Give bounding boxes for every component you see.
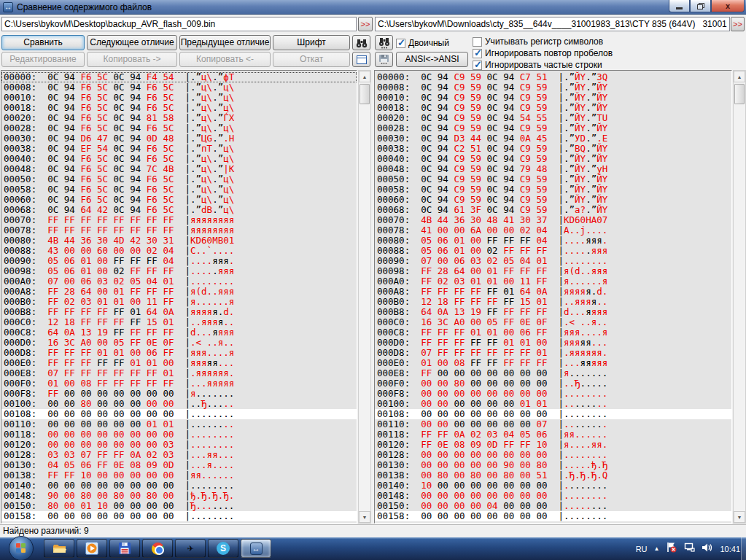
hex-row[interactable]: 00098: 05 06 01 00 02 FF FF FF |.....яяя xyxy=(1,266,357,276)
scroll-down-icon[interactable]: ▼ xyxy=(734,511,745,523)
hex-row[interactable]: 00110: 00 00 00 00 00 00 01 01 |........ xyxy=(1,419,357,429)
hex-row[interactable]: 000B0: 12 18 FF FF FF FF 15 01 |..яяяя.. xyxy=(375,297,731,307)
hex-row[interactable]: 00048: 0C 94 F6 5C 0C 94 7C 4B |.”ц\.”|K xyxy=(1,164,357,174)
hex-row[interactable]: 00050: 0C 94 F6 5C 0C 94 F6 5C |.”ц\.”ц\ xyxy=(1,174,357,184)
hex-row[interactable]: 00010: 0C 94 F6 5C 0C 94 F6 5C |.”ц\.”ц\ xyxy=(1,93,357,103)
hex-row[interactable]: 00158: 00 00 00 00 00 00 00 00 |........ xyxy=(375,511,731,521)
right-file-path-input[interactable] xyxy=(375,17,730,31)
hex-row[interactable]: 000D8: 07 FF FF FF FF FF FF 01 |.яяяяяя. xyxy=(375,348,731,358)
hex-row[interactable]: 00088: 05 06 01 00 02 FF FF FF |.....яяя xyxy=(375,246,731,256)
hex-row[interactable]: 00008: 0C 94 F6 5C 0C 94 F6 5C |.”ц\.”ц\ xyxy=(1,82,357,93)
hex-row[interactable]: 00078: 41 00 00 6A 00 00 02 04 |A..j.... xyxy=(375,225,731,236)
hex-row[interactable]: 000A8: FF FF FF FF FF 01 64 0A |яяяяя.d. xyxy=(375,287,731,297)
hex-row[interactable]: 00148: 90 00 80 00 80 00 80 00 |ђ.Ђ.Ђ.Ђ. xyxy=(1,491,357,501)
close-button[interactable]: x xyxy=(711,0,745,12)
hex-row[interactable]: 000B8: FF FF FF FF FF 01 64 0A |яяяяя.d. xyxy=(1,307,357,317)
hex-row[interactable]: 00090: 07 00 06 03 02 05 04 01 |........ xyxy=(375,256,731,266)
hex-row[interactable]: 00038: 0C 94 EF 54 0C 94 F6 5C |.”пT.”ц\ xyxy=(1,144,357,154)
hex-row[interactable]: 000E0: FF FF FF FF FF 01 01 00 |яяяяя... xyxy=(1,358,357,368)
hex-row[interactable]: 00070: FF FF FF FF FF FF FF FF |яяяяяяяя xyxy=(1,215,357,225)
hex-row[interactable]: 000A8: FF 28 64 00 01 FF FF FF |я(d..яяя xyxy=(1,287,357,297)
tray-expand-icon[interactable]: ▲ xyxy=(654,545,660,552)
hex-row[interactable]: 000C0: 16 3C A0 00 05 FF 0E 0F |.< ..я.. xyxy=(375,317,731,327)
hex-row[interactable]: 00090: 05 06 01 00 FF FF FF 04 |....яяя. xyxy=(1,256,357,266)
hex-row[interactable]: 000B0: FF 02 03 01 01 00 11 FF |я......я xyxy=(1,297,357,307)
hex-row[interactable]: 00058: 0C 94 F6 5C 0C 94 F6 5C |.”ц\.”ц\ xyxy=(1,184,357,195)
taskbar-chrome-button[interactable] xyxy=(142,539,173,558)
copy-right-button[interactable]: Копировать -> xyxy=(87,52,177,67)
hex-row[interactable]: 00030: 0C 94 D3 44 0C 94 0A 45 |.”УD.”.E xyxy=(375,133,731,144)
hex-row[interactable]: 00040: 0C 94 C9 59 0C 94 C9 59 |.”ЙY.”ЙY xyxy=(375,154,731,164)
scrollbar-thumb[interactable] xyxy=(734,84,745,104)
volume-icon[interactable] xyxy=(702,542,713,556)
hex-row[interactable]: 000C8: 64 0A 13 19 FF FF FF FF |d...яяяя xyxy=(1,327,357,338)
right-hex-panel[interactable]: 00000: 0C 94 C9 59 0C 94 C7 51 |.”ЙY.”ЗQ… xyxy=(374,70,732,524)
right-browse-button[interactable]: >> xyxy=(731,17,745,31)
hex-row[interactable]: 000E8: 07 FF FF FF FF FF FF 01 |.яяяяяя. xyxy=(1,368,357,378)
hex-row[interactable]: 000C0: 12 18 FF FF FF FF 15 01 |..яяяя.. xyxy=(1,317,357,327)
hex-row[interactable]: 00128: 00 00 00 00 00 00 00 00 |........ xyxy=(375,450,731,460)
hex-row[interactable]: 00020: 0C 94 F6 5C 0C 94 81 58 |.”ц\.”ЃX xyxy=(1,113,357,123)
left-browse-button[interactable]: >> xyxy=(358,17,373,31)
hex-row[interactable]: 000D8: FF FF FF 01 01 00 06 FF |яяя....я xyxy=(1,348,357,358)
next-difference-button[interactable]: Следующее отличие xyxy=(87,35,177,50)
restore-button[interactable] xyxy=(690,0,711,12)
action-center-icon[interactable] xyxy=(666,542,677,556)
hex-row[interactable]: 00000: 0C 94 C9 59 0C 94 C7 51 |.”ЙY.”ЗQ xyxy=(375,72,731,82)
taskbar-skype-button[interactable]: S xyxy=(208,539,238,558)
scroll-down-icon[interactable]: ▼ xyxy=(359,511,370,523)
hex-row[interactable]: 00078: FF FF FF FF FF FF FF FF |яяяяяяяя xyxy=(1,225,357,236)
scrollbar-thumb[interactable] xyxy=(360,84,370,104)
hex-row[interactable]: 00118: FF FF 0A 02 03 04 05 06 |яя...... xyxy=(375,429,731,440)
clock[interactable]: 10:41 xyxy=(720,545,740,553)
undo-button[interactable]: Откат xyxy=(273,52,350,67)
hex-row[interactable]: 00098: FF 28 64 00 01 FF FF FF |я(d..яяя xyxy=(375,266,731,276)
scroll-up-icon[interactable]: ▲ xyxy=(359,71,370,82)
hex-row[interactable]: 00100: 00 00 80 00 00 00 00 00 |..Ђ..... xyxy=(1,399,357,409)
hex-row[interactable]: 00130: 04 05 06 FF 0E 08 09 0D |...я.... xyxy=(1,460,357,470)
hex-row[interactable]: 00048: 0C 94 C9 59 0C 94 79 48 |.”ЙY.”yH xyxy=(375,164,731,174)
hex-row[interactable]: 000F0: 01 00 08 FF FF FF FF FF |...яяяяя xyxy=(1,378,357,389)
taskbar-file-compare-button[interactable]: ↔ xyxy=(241,539,271,558)
hex-row[interactable]: 00028: 0C 94 F6 5C 0C 94 F6 5C |.”ц\.”ц\ xyxy=(1,123,357,133)
hex-row[interactable]: 00068: 0C 94 61 3F 0C 94 C9 59 |.”a?.”ЙY xyxy=(375,205,731,215)
start-button[interactable] xyxy=(9,536,34,560)
hex-row[interactable]: 000F8: 00 00 00 00 00 00 00 00 |........ xyxy=(375,389,731,399)
hex-row[interactable]: 00100: 00 00 00 00 00 00 01 01 |........ xyxy=(375,399,731,409)
hex-row[interactable]: 00088: 43 00 00 60 00 00 02 04 |C..`.... xyxy=(1,246,357,256)
hex-row[interactable]: 00158: 00 00 00 00 00 00 00 00 |........ xyxy=(1,511,357,521)
hex-row[interactable]: 00148: 00 00 00 00 00 00 00 00 |........ xyxy=(375,491,731,501)
hex-row[interactable]: 00018: 0C 94 C9 59 0C 94 C9 59 |.”ЙY.”ЙY xyxy=(375,103,731,113)
hex-row[interactable]: 000E8: FF 00 00 00 00 00 00 00 |я....... xyxy=(375,368,731,378)
hex-row[interactable]: 00080: 4B 44 36 30 4D 42 30 31 |KD60MB01 xyxy=(1,236,357,246)
search-options-button[interactable] xyxy=(375,35,393,50)
hex-row[interactable]: 000A0: FF 02 03 01 01 00 11 FF |я......я xyxy=(375,276,731,287)
hex-row[interactable]: 000B8: 64 0A 13 19 FF FF FF FF |d...яяяя xyxy=(375,307,731,317)
hex-row[interactable]: 00068: 0C 94 64 42 0C 94 F6 5C |.”dB.”ц\ xyxy=(1,205,357,215)
hex-row[interactable]: 00108: 00 00 00 00 00 00 00 00 |........ xyxy=(375,409,731,419)
hex-row[interactable]: 00028: 0C 94 C9 59 0C 94 C9 59 |.”ЙY.”ЙY xyxy=(375,123,731,133)
hex-row[interactable]: 00038: 0C 94 C2 51 0C 94 C9 59 |.”ВQ.”ЙY xyxy=(375,144,731,154)
taskbar-media-player-button[interactable] xyxy=(77,539,107,558)
hex-row[interactable]: 00150: 00 00 00 00 04 00 00 00 |........ xyxy=(375,501,731,511)
hex-row[interactable]: 00020: 0C 94 C9 59 0C 94 54 55 |.”ЙY.”TU xyxy=(375,113,731,123)
language-indicator[interactable]: RU xyxy=(636,545,648,553)
taskbar-programmer-button[interactable] xyxy=(109,539,140,558)
hex-row[interactable]: 00018: 0C 94 F6 5C 0C 94 F6 5C |.”ц\.”ц\ xyxy=(1,103,357,113)
show-desktop-button[interactable] xyxy=(741,537,746,560)
save-button[interactable] xyxy=(375,52,393,67)
hex-row[interactable]: 00128: 03 03 07 FF FF 0A 02 03 |...яя... xyxy=(1,450,357,460)
left-file-path-input[interactable] xyxy=(1,17,357,31)
hex-row[interactable]: 00050: 0C 94 C9 59 0C 94 C9 59 |.”ЙY.”ЙY xyxy=(375,174,731,184)
ansi-convert-button[interactable]: ANSI<->ANSI xyxy=(396,52,468,67)
hex-row[interactable]: 00108: 00 00 00 00 00 00 00 00 |........ xyxy=(1,409,357,419)
network-icon[interactable] xyxy=(683,542,695,556)
hex-row[interactable]: 000C8: FF FF FF 01 01 00 06 FF |яяя....я xyxy=(375,327,731,338)
hex-row[interactable]: 00080: 05 06 01 00 FF FF FF 04 |....яяя. xyxy=(375,236,731,246)
hex-row[interactable]: 00150: 80 00 01 10 00 00 00 00 |Ђ....... xyxy=(1,501,357,511)
hex-row[interactable]: 000F8: FF 00 00 00 00 00 00 00 |я....... xyxy=(1,389,357,399)
hex-row[interactable]: 00140: 10 00 00 00 00 00 00 00 |........ xyxy=(375,481,731,491)
hex-row[interactable]: 00130: 00 00 00 00 00 90 00 80 |.....ђ.Ђ xyxy=(375,460,731,470)
hex-row[interactable]: 000F0: 00 00 80 00 00 00 00 00 |..Ђ..... xyxy=(375,378,731,389)
left-hex-panel[interactable]: 00000: 0C 94 F6 5C 0C 94 F4 54 |.”ц\.”фT… xyxy=(1,70,357,524)
